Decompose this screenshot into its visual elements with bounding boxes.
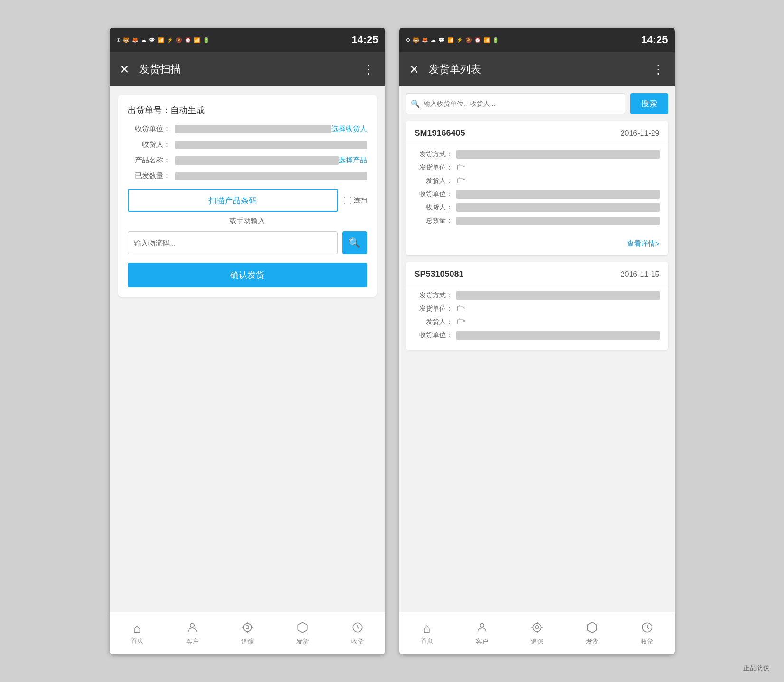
receive-icon-right: [641, 621, 653, 635]
nav-track-label-right: 追踪: [531, 637, 543, 646]
continuous-scan-label: 连扫: [344, 196, 367, 205]
continuous-scan-checkbox[interactable]: [344, 197, 351, 204]
close-button-left[interactable]: ✕: [119, 62, 130, 77]
signal-icon-r: 📶: [483, 37, 490, 43]
detail-value-1-1: 广*: [456, 304, 660, 313]
browser-icon: 🐯: [123, 37, 130, 43]
nav-track-right[interactable]: 追踪: [510, 612, 565, 654]
sent-qty-row: 已发数量：: [128, 171, 367, 180]
logistics-search-button[interactable]: 🔍: [342, 231, 367, 254]
list-card-header-0: SM19166405 2016-11-29: [406, 121, 668, 144]
close-button-right[interactable]: ✕: [409, 62, 419, 77]
scan-section: 扫描产品条码 连扫: [128, 189, 367, 212]
add-icon: ⊕: [116, 37, 121, 43]
more-button-right[interactable]: ⋮: [652, 62, 665, 77]
search-bar-area: 🔍 搜索: [399, 86, 675, 121]
detail-row-1-1: 发货单位： 广*: [415, 304, 660, 313]
app-title-right: 发货单列表: [429, 62, 652, 76]
usb-icon-r: ⚡: [456, 37, 463, 43]
nav-home-label-left: 首页: [131, 636, 143, 645]
app-title-left: 发货扫描: [139, 62, 362, 76]
nav-delivery-right[interactable]: 发货: [565, 612, 620, 654]
order-date-1: 2016-11-15: [621, 270, 660, 279]
list-content: SM19166405 2016-11-29 发货方式： 发货单位： 广* 发货人…: [399, 121, 675, 612]
or-text: 或手动输入: [128, 217, 367, 226]
confirm-delivery-button[interactable]: 确认发货: [128, 263, 367, 287]
nav-home-label-right: 首页: [421, 636, 433, 645]
list-item-0: SM19166405 2016-11-29 发货方式： 发货单位： 广* 发货人…: [406, 121, 668, 255]
nav-customer-left[interactable]: 客户: [165, 612, 220, 654]
detail-link-0[interactable]: 查看详情>: [406, 236, 668, 255]
status-time-right: 14:25: [641, 34, 668, 46]
detail-label-1-2: 发货人：: [415, 318, 453, 326]
search-icon: 🔍: [349, 237, 360, 248]
app-bar-right: ✕ 发货单列表 ⋮: [399, 52, 675, 86]
bottom-nav-left: ⌂ 首页 客户 追踪 发货 收货: [110, 612, 385, 654]
detail-label-0-1: 发货单位：: [415, 163, 453, 172]
detail-row-1-3: 收货单位：: [415, 331, 660, 340]
sent-qty-label: 已发数量：: [128, 171, 170, 180]
home-icon-right: ⌂: [423, 622, 431, 635]
mute-icon: 🔕: [176, 37, 182, 43]
list-card-header-1: SP53105081 2016-11-15: [406, 262, 668, 285]
search-input-right[interactable]: [406, 93, 625, 114]
detail-label-0-2: 发货人：: [415, 177, 453, 185]
svg-point-9: [533, 623, 541, 631]
detail-value-1-0: [456, 291, 660, 300]
status-bar-right: ⊕ 🐯 🦊 ☁ 💬 📶 ⚡ 🔕 ⏰ 📶 🔋 14:25: [399, 28, 675, 52]
svg-point-8: [480, 623, 484, 627]
detail-row-1-2: 发货人： 广*: [415, 318, 660, 326]
select-product-link[interactable]: 选择产品: [339, 156, 367, 165]
browser2-icon-r: 🦊: [422, 37, 428, 43]
search-button-right[interactable]: 搜索: [630, 93, 668, 114]
status-bar-left: ⊕ 🐯 🦊 ☁ 💬 📶 ⚡ 🔕 ⏰ 📶 🔋 14:25: [110, 28, 385, 52]
scan-barcode-button[interactable]: 扫描产品条码: [128, 189, 338, 212]
nav-receive-right[interactable]: 收货: [620, 612, 675, 654]
wechat-icon-r: 💬: [438, 37, 445, 43]
nav-customer-right[interactable]: 客户: [454, 612, 510, 654]
nav-delivery-left[interactable]: 发货: [275, 612, 330, 654]
select-receiver-link[interactable]: 选择收货人: [331, 124, 367, 133]
product-value: [175, 156, 339, 165]
search-icon-right: 🔍: [411, 99, 420, 108]
nav-customer-label-left: 客户: [186, 637, 198, 646]
detail-label-0-4: 收货人：: [415, 203, 453, 212]
detail-row-0-5: 总数量：: [415, 217, 660, 225]
receive-icon-left: [351, 621, 364, 635]
detail-value-0-0: [456, 150, 660, 159]
wechat-icon: 💬: [149, 37, 155, 43]
alarm-icon: ⏰: [185, 37, 191, 43]
list-card-body-1: 发货方式： 发货单位： 广* 发货人： 广* 收货单位：: [406, 285, 668, 350]
weather-icon-r: ☁: [431, 37, 436, 43]
status-icons-left: ⊕ 🐯 🦊 ☁ 💬 📶 ⚡ 🔕 ⏰ 📶 🔋: [116, 37, 209, 43]
svg-point-2: [246, 625, 249, 629]
more-button-left[interactable]: ⋮: [362, 62, 376, 77]
order-date-0: 2016-11-29: [621, 129, 660, 138]
product-label: 产品名称：: [128, 156, 170, 165]
receiver-label: 收货人：: [128, 140, 170, 149]
detail-label-1-1: 发货单位：: [415, 304, 453, 313]
svg-point-0: [190, 623, 194, 627]
track-icon-left: [241, 621, 254, 635]
logistics-input[interactable]: [128, 231, 338, 254]
detail-value-0-3: [456, 190, 660, 199]
nav-receive-left[interactable]: 收货: [330, 612, 385, 654]
receiver-unit-label: 收货单位：: [128, 124, 170, 133]
detail-row-0-1: 发货单位： 广*: [415, 163, 660, 172]
nav-receive-label-right: 收货: [641, 637, 653, 646]
customer-icon-left: [186, 621, 198, 635]
detail-row-0-0: 发货方式：: [415, 150, 660, 159]
right-phone: ⊕ 🐯 🦊 ☁ 💬 📶 ⚡ 🔕 ⏰ 📶 🔋 14:25 ✕ 发货单列表 ⋮ 🔍 …: [399, 28, 675, 654]
list-item-1: SP53105081 2016-11-15 发货方式： 发货单位： 广* 发货人…: [406, 262, 668, 350]
detail-label-0-5: 总数量：: [415, 217, 453, 225]
delivery-icon-left: [296, 621, 309, 635]
nav-home-right[interactable]: ⌂ 首页: [399, 612, 454, 654]
svg-point-10: [535, 625, 538, 629]
app-bar-left: ✕ 发货扫描 ⋮: [110, 52, 385, 86]
nav-home-left[interactable]: ⌂ 首页: [110, 612, 165, 654]
detail-value-0-1: 广*: [456, 163, 660, 172]
nav-track-left[interactable]: 追踪: [220, 612, 275, 654]
content-area-left: 出货单号：自动生成 收货单位： 选择收货人 收货人： 产品名称： 选择产品 已发…: [110, 86, 385, 612]
wifi-icon: 📶: [158, 37, 164, 43]
detail-value-0-2: 广*: [456, 177, 660, 185]
